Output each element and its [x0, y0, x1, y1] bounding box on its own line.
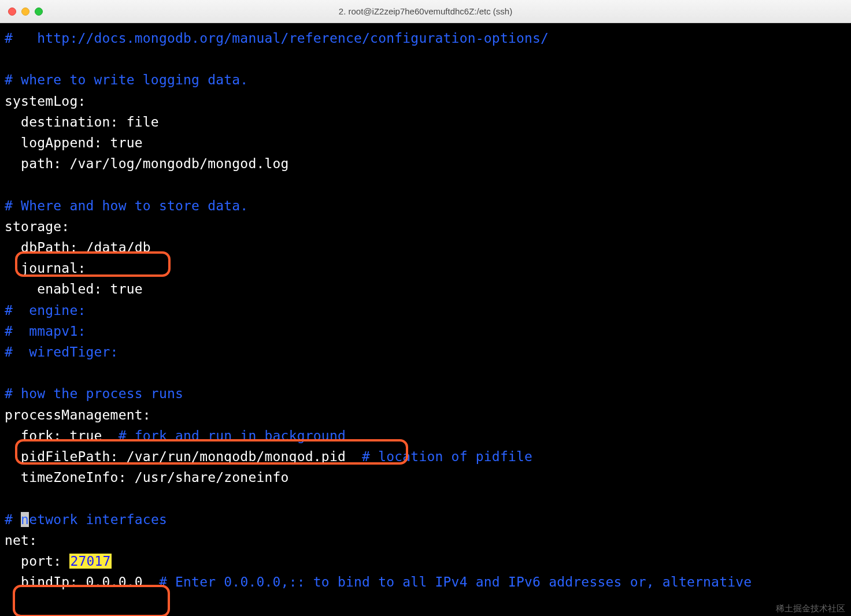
terminal-segment: destination: file [5, 114, 159, 129]
terminal-line: timeZoneInfo: /usr/share/zoneinfo [5, 467, 848, 488]
terminal-segment: enabled: true [5, 281, 143, 296]
terminal-segment: systemLog: [5, 94, 86, 109]
terminal-line: logAppend: true [5, 132, 848, 153]
window-title: 2. root@iZ2zeip7he60vemuftdhc6Z:/etc (ss… [339, 6, 512, 16]
terminal-segment: # http://docs.mongodb.org/manual/referen… [5, 31, 549, 46]
terminal-segment: pidFilePath: /var/run/mongodb/mongod.pid [5, 449, 362, 464]
terminal-segment: dbPath: /data/db [5, 240, 151, 255]
terminal-line: storage: [5, 216, 848, 237]
terminal-segment: # mmapv1: [5, 324, 86, 339]
terminal-line: dbPath: /data/db [5, 237, 848, 258]
terminal-segment: 27017 [69, 554, 111, 569]
terminal-segment: port: [5, 554, 69, 569]
terminal-segment: # engine: [5, 303, 86, 318]
terminal-segment: path: /var/log/mongodb/mongod.log [5, 156, 289, 171]
terminal-segment: # how the process runs [5, 386, 183, 401]
terminal-line: # how the process runs [5, 383, 848, 404]
terminal-segment: processManagement: [5, 407, 151, 422]
terminal-line: journal: [5, 258, 848, 279]
terminal-line: enabled: true [5, 279, 848, 299]
terminal-segment: # wiredTiger: [5, 344, 119, 359]
terminal-segment: net: [5, 533, 37, 548]
minimize-button[interactable] [21, 8, 29, 16]
terminal-segment: # Enter 0.0.0.0,:: to bind to all IPv4 a… [159, 574, 752, 589]
watermark-text: 稀土掘金技术社区 [776, 604, 845, 613]
terminal-line [5, 49, 848, 69]
terminal-segment: n [21, 512, 29, 527]
terminal-line: systemLog: [5, 91, 848, 112]
terminal-segment: bindIp: 0.0.0.0 [5, 574, 159, 589]
terminal-line [5, 174, 848, 195]
terminal-segment: logAppend: true [5, 135, 143, 150]
terminal-segment: etwork interfaces [29, 512, 167, 527]
terminal-segment: journal: [5, 261, 86, 276]
terminal-segment: timeZoneInfo: /usr/share/zoneinfo [5, 470, 289, 485]
terminal-line: processManagement: [5, 405, 848, 425]
terminal-segment: storage: [5, 219, 69, 234]
terminal-segment: # location of pidfile [362, 449, 532, 464]
terminal-viewport[interactable]: # http://docs.mongodb.org/manual/referen… [0, 23, 851, 616]
terminal-line: # where to write logging data. [5, 69, 848, 90]
terminal-line: # http://docs.mongodb.org/manual/referen… [5, 28, 848, 49]
terminal-line [5, 488, 848, 509]
terminal-line: port: 27017 [5, 551, 848, 572]
terminal-line: # network interfaces [5, 509, 848, 530]
terminal-line: net: [5, 530, 848, 551]
terminal-line: # engine: [5, 300, 848, 321]
terminal-line: # Where and how to store data. [5, 195, 848, 216]
window-titlebar: 2. root@iZ2zeip7he60vemuftdhc6Z:/etc (ss… [0, 0, 851, 23]
terminal-segment: # where to write logging data. [5, 72, 248, 87]
terminal-segment: # Where and how to store data. [5, 198, 248, 213]
terminal-line: destination: file [5, 112, 848, 132]
terminal-segment: fork: true [5, 428, 119, 443]
terminal-line: pidFilePath: /var/run/mongodb/mongod.pid… [5, 446, 848, 467]
terminal-line: bindIp: 0.0.0.0 # Enter 0.0.0.0,:: to bi… [5, 572, 848, 592]
terminal-line: # mmapv1: [5, 321, 848, 342]
terminal-line: path: /var/log/mongodb/mongod.log [5, 153, 848, 174]
terminal-line: # wiredTiger: [5, 342, 848, 362]
close-button[interactable] [8, 8, 16, 16]
terminal-line: fork: true # fork and run in background [5, 425, 848, 446]
terminal-segment: # [5, 512, 21, 527]
terminal-segment: # fork and run in background [119, 428, 346, 443]
traffic-lights [8, 8, 43, 16]
terminal-line [5, 362, 848, 383]
zoom-button[interactable] [35, 8, 43, 16]
